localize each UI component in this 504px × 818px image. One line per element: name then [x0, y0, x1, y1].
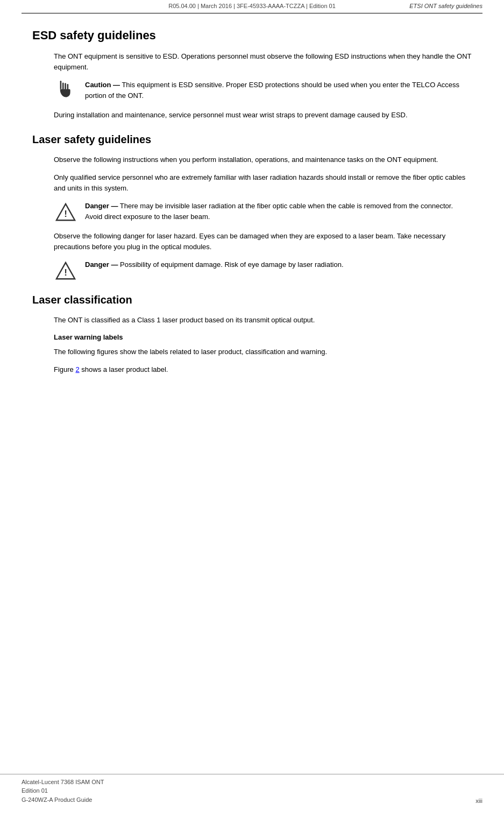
danger-2-label: Danger —	[85, 260, 118, 269]
svg-rect-2	[65, 83, 66, 90]
laser-classification-title: Laser classification	[32, 294, 472, 306]
laser-para-2: Only qualified service personnel who are…	[54, 172, 472, 193]
footer-line3: G-240WZ-A Product Guide	[22, 795, 104, 805]
laser-warning-labels-title: Laser warning labels	[54, 333, 472, 341]
laser-para-1: Observe the following instructions when …	[54, 154, 472, 165]
svg-rect-0	[60, 81, 62, 89]
svg-text:!: !	[64, 268, 67, 278]
laser-warning-para-1: The following figures show the labels re…	[54, 347, 472, 357]
danger-icon-2: !	[54, 259, 77, 281]
danger-notice-2: ! Danger — Possibility of equipment dama…	[54, 259, 472, 281]
laser-safety-title: Laser safety guidelines	[32, 133, 472, 146]
esd-para-2: During installation and maintenance, ser…	[54, 110, 472, 121]
figure-2-link[interactable]: 2	[75, 365, 79, 373]
svg-text:!: !	[64, 209, 67, 220]
svg-rect-3	[67, 84, 69, 90]
caution-label: Caution —	[85, 81, 120, 89]
laser-para-3: Observe the following danger for laser h…	[54, 231, 472, 252]
footer-line1: Alcatel-Lucent 7368 ISAM ONT	[22, 778, 104, 787]
danger-2-text: Danger — Possibility of equipment damage…	[85, 259, 344, 270]
danger-icon-1: !	[54, 201, 77, 222]
caution-notice-text: Caution — This equipment is ESD sensitiv…	[85, 80, 472, 101]
caution-notice: Caution — This equipment is ESD sensitiv…	[54, 80, 472, 101]
laser-class-para-1: The ONT is classified as a Class 1 laser…	[54, 315, 472, 326]
danger-notice-1: ! Danger — There may be invisible laser …	[54, 201, 472, 222]
footer-left: Alcatel-Lucent 7368 ISAM ONT Edition 01 …	[22, 778, 104, 805]
header-center-text: R05.04.00 | March 2016 | 3FE-45933-AAAA-…	[168, 3, 336, 9]
main-content: ESD safety guidelines The ONT equipment …	[0, 13, 504, 426]
svg-rect-1	[62, 82, 64, 90]
laser-warning-figure-ref: Figure 2 shows a laser product label.	[54, 364, 472, 375]
footer-page-number: xiii	[475, 798, 482, 804]
caution-icon	[54, 80, 77, 101]
esd-para-1: The ONT equipment is sensitive to ESD. O…	[54, 51, 472, 72]
page-footer: Alcatel-Lucent 7368 ISAM ONT Edition 01 …	[0, 774, 504, 808]
header-right-text: ETSI ONT safety guidelines	[409, 3, 482, 9]
danger-1-label: Danger —	[85, 202, 118, 210]
footer-line2: Edition 01	[22, 786, 104, 795]
esd-section-title: ESD safety guidelines	[32, 29, 472, 43]
danger-1-text: Danger — There may be invisible laser ra…	[85, 201, 472, 222]
